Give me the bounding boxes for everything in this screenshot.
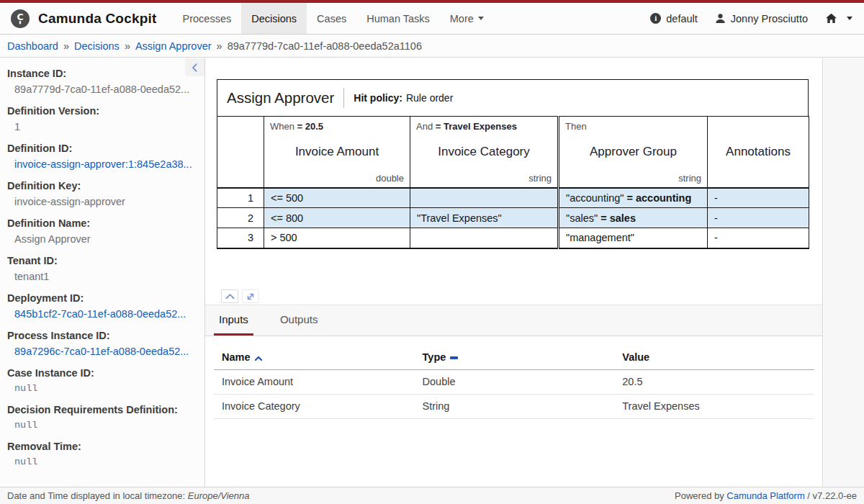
sort-ascending-icon <box>254 355 263 361</box>
breadcrumb: Dashboard » Decisions » Assign Approver … <box>0 35 864 58</box>
main-nav: Processes Decisions Cases Human Tasks Mo… <box>173 3 494 34</box>
page-background <box>824 58 864 487</box>
rule-cell: <= 800 <box>264 208 410 228</box>
nav-item-processes[interactable]: Processes <box>173 3 242 34</box>
field-label: Process Instance ID: <box>7 330 197 341</box>
dmn-corner-cell <box>217 117 264 188</box>
dmn-rule-row-3: 3 > 500 "management" - <box>217 228 809 248</box>
svg-text:C: C <box>17 11 23 22</box>
nav-item-cases[interactable]: Cases <box>307 3 356 34</box>
nav-item-decisions[interactable]: Decisions <box>241 3 307 34</box>
timezone-note: Date and Time displayed in local timezon… <box>7 490 250 501</box>
user-name: Jonny Prosciutto <box>731 13 808 24</box>
dmn-output-column-approver-group: Then Approver Group string <box>559 117 708 188</box>
dmn-input-column-invoice-category: And = Travel Expenses Invoice Category s… <box>410 117 559 188</box>
collapse-diagram-button[interactable] <box>221 289 238 303</box>
tab-inputs[interactable]: Inputs <box>214 305 253 336</box>
input-variable-row: Invoice Amount Double 20.5 <box>214 369 814 394</box>
field-label: Removal Time: <box>7 441 197 452</box>
app-title: Camunda Cockpit <box>38 11 157 27</box>
column-type: double <box>376 173 404 184</box>
dmn-input-column-invoice-amount: When = 20.5 Invoice Amount double <box>264 117 410 188</box>
rule-number: 3 <box>217 228 264 248</box>
field-label: Case Instance ID: <box>7 367 197 379</box>
engine-selector[interactable]: i default <box>650 13 698 24</box>
field-label: Decision Requirements Definition: <box>7 404 197 415</box>
instance-id-value: 89a7779d-7ca0-11ef-a088-0eeda52... <box>7 84 197 95</box>
tenant-id-value: tenant1 <box>7 271 197 282</box>
field-label: Definition Name: <box>7 217 197 229</box>
sort-neutral-icon <box>450 356 458 359</box>
rule-annotation-cell: - <box>708 188 809 208</box>
rule-cell: <= 500 <box>264 188 410 208</box>
rule-output-cell: "management" <box>559 228 708 248</box>
definition-name-value: Assign Approver <box>7 233 197 245</box>
dmn-rule-row-1: 1 <= 500 "accounting" = accounting - <box>217 188 809 208</box>
decision-instance-panel: Assign Approver Hit policy: Rule order W… <box>205 58 823 487</box>
removal-time-value: null <box>7 456 197 467</box>
camunda-logo-icon: C <box>11 9 30 28</box>
fullscreen-button[interactable] <box>242 289 259 303</box>
rule-number: 1 <box>217 188 264 208</box>
breadcrumb-decision-name[interactable]: Assign Approver <box>135 40 212 52</box>
powered-by: Powered by Camunda Platform / v7.22.0-ee <box>675 490 857 501</box>
column-header-name[interactable]: Name <box>214 346 415 369</box>
definition-id-link[interactable]: invoice-assign-approver:1:845e2a38... <box>7 158 197 170</box>
definition-version-value: 1 <box>7 121 197 132</box>
variable-type: Double <box>415 369 615 394</box>
field-label: Instance ID: <box>7 68 197 79</box>
variable-value: Travel Expenses <box>614 394 814 418</box>
variable-value: 20.5 <box>614 369 814 394</box>
navbar-right: i default Jonny Prosciutto <box>650 13 864 24</box>
diagram-controls <box>221 289 259 303</box>
dmn-rule-row-2: 2 <= 800 "Travel Expenses" "sales" = sal… <box>217 208 809 228</box>
chevron-down-icon <box>478 17 484 20</box>
info-icon: i <box>650 13 661 24</box>
inputs-table: Name Type Value Invoice Amount Double 20… <box>214 346 814 419</box>
nav-item-human-tasks[interactable]: Human Tasks <box>356 3 440 34</box>
deployment-id-link[interactable]: 845b1cf2-7ca0-11ef-a088-0eeda52... <box>7 308 197 320</box>
home-menu[interactable] <box>825 13 852 24</box>
chevron-down-icon <box>847 17 852 20</box>
expand-icon <box>246 292 256 302</box>
column-header-type[interactable]: Type <box>415 346 615 369</box>
navbar: C Camunda Cockpit Processes Decisions Ca… <box>0 3 864 35</box>
dmn-decision-table: Assign Approver Hit policy: Rule order W… <box>217 79 809 249</box>
field-label: Deployment ID: <box>7 292 197 304</box>
more-label: More <box>450 13 474 24</box>
chevron-up-icon <box>225 292 235 300</box>
breadcrumb-decisions[interactable]: Decisions <box>74 40 120 52</box>
hit-policy-label: Hit policy: <box>354 92 402 104</box>
tab-outputs[interactable]: Outputs <box>275 305 323 336</box>
breadcrumb-dashboard[interactable]: Dashboard <box>7 40 58 52</box>
drd-value: null <box>7 420 197 431</box>
breadcrumb-separator: » <box>217 40 222 52</box>
dmn-table-header: Assign Approver Hit policy: Rule order <box>217 79 809 117</box>
breadcrumb-instance-id: 89a7779d-7ca0-11ef-a088-0eeda52a1106 <box>228 40 422 52</box>
rule-output-cell: "accounting" = accounting <box>559 188 708 208</box>
column-header-value[interactable]: Value <box>614 346 814 369</box>
variable-name: Invoice Amount <box>214 369 415 394</box>
process-instance-id-link[interactable]: 89a7296c-7ca0-11ef-a088-0eeda52... <box>7 346 197 357</box>
timezone-value: Europe/Vienna <box>188 490 250 501</box>
rule-cell: > 500 <box>264 228 410 248</box>
field-label: Definition ID: <box>7 143 197 154</box>
user-menu[interactable]: Jonny Prosciutto <box>715 13 808 24</box>
dmn-table-title: Assign Approver <box>227 89 334 107</box>
divider <box>343 88 344 108</box>
column-type: string <box>678 173 701 184</box>
engine-name: default <box>666 13 698 24</box>
breadcrumb-separator: » <box>125 40 130 52</box>
variable-name: Invoice Category <box>214 394 415 418</box>
chevron-left-icon <box>190 63 200 73</box>
column-type: string <box>528 173 552 184</box>
rule-output-cell: "sales" = sales <box>559 208 708 228</box>
variable-type: String <box>415 394 615 418</box>
nav-item-more[interactable]: More <box>440 3 494 34</box>
user-icon <box>715 13 726 24</box>
sidebar-collapse-button[interactable] <box>185 58 204 76</box>
definition-key-value: invoice-assign-approver <box>7 196 197 207</box>
dmn-annotations-column: Annotations <box>708 117 809 188</box>
camunda-platform-link[interactable]: Camunda Platform <box>726 490 804 501</box>
instance-details-sidebar: Instance ID:89a7779d-7ca0-11ef-a088-0eed… <box>0 58 205 487</box>
